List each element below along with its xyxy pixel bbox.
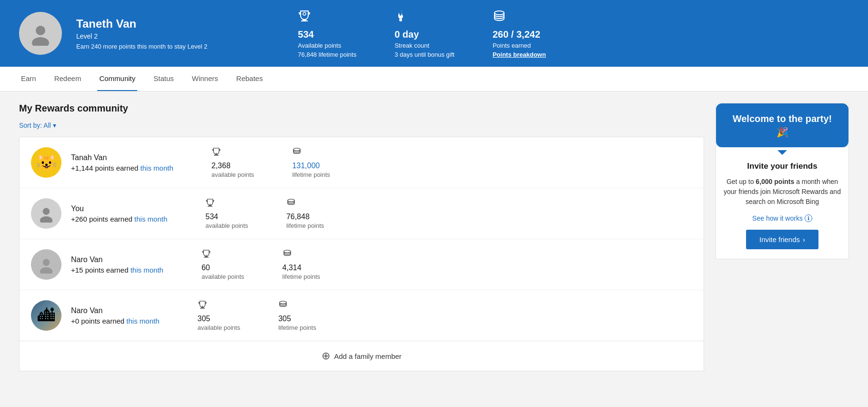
lifetime-points-val: 4,314	[283, 264, 320, 272]
member-stats: 60 available points 4,314 lifetime point…	[202, 249, 692, 280]
nav-earn[interactable]: Earn	[19, 67, 38, 91]
trophy-icon	[212, 147, 254, 159]
member-name: You	[71, 204, 167, 213]
earn-message: Earn 240 more points this month to stay …	[76, 43, 207, 50]
community-list: 😺 Tanah Van +1,144 points earned this mo…	[19, 137, 704, 341]
member-available-points: 60 available points	[202, 249, 244, 280]
left-panel: My Rewards community Sort by: All ▾ 😺 Ta…	[19, 103, 704, 371]
invite-desc: Get up to 6,000 points a month when your…	[724, 177, 841, 207]
stat-points-earned: 260 / 3,242 Points earned Points breakdo…	[493, 9, 546, 58]
points-plus: +1,144	[71, 164, 93, 172]
available-points-lbl: available points	[202, 273, 244, 280]
points-breakdown-link[interactable]: Points breakdown	[493, 51, 546, 58]
available-points-lbl: available points	[212, 171, 254, 178]
streak-sub: 3 days until bonus gift	[394, 51, 454, 58]
coins-icon	[283, 249, 320, 261]
this-month: this month	[134, 215, 167, 223]
this-month: this month	[141, 164, 173, 172]
member-available-points: 534 available points	[205, 198, 248, 229]
svg-rect-8	[214, 155, 219, 155]
stat-available-points: 534 Available points 76,848 lifetime poi…	[298, 9, 356, 58]
header-stats: 534 Available points 76,848 lifetime poi…	[298, 9, 546, 58]
invite-btn-label: Invite friends	[759, 235, 800, 244]
speech-bubble: Welcome to the party! 🎉	[716, 103, 848, 147]
trophy-icon	[202, 249, 244, 261]
lifetime-points-lbl: lifetime points	[292, 171, 330, 178]
member-name: Naro Van	[71, 306, 160, 315]
points-plus: +15	[71, 266, 83, 274]
sort-label-text: Sort by: All	[19, 122, 51, 129]
member-stats: 534 available points 76,848 lifetime poi…	[205, 198, 692, 229]
svg-rect-23	[201, 307, 204, 308]
coins-icon	[493, 9, 546, 25]
points-earned-label: Points earned	[493, 42, 546, 49]
available-points-lbl: available points	[198, 324, 241, 331]
available-points-value: 534	[298, 29, 356, 40]
invite-card: Welcome to the party! 🎉 Invite your frie…	[716, 103, 849, 259]
nav-community[interactable]: Community	[97, 67, 137, 91]
table-row: 😺 Tanah Van +1,144 points earned this mo…	[20, 137, 704, 188]
add-member-row[interactable]: ⊕ Add a family member	[19, 341, 704, 371]
svg-rect-7	[215, 154, 218, 155]
points-label: points earned	[85, 266, 129, 274]
lifetime-points-lbl: lifetime points	[283, 273, 320, 280]
nav-bar: Earn Redeem Community Status Winners Reb…	[0, 67, 868, 92]
nav-winners[interactable]: Winners	[190, 67, 220, 91]
page-title: My Rewards community	[19, 103, 704, 114]
member-stats: 2,368 available points 131,000 lifetime …	[212, 147, 692, 178]
add-member-icon: ⊕	[322, 350, 330, 362]
svg-rect-20	[204, 257, 209, 257]
lifetime-points-lbl: lifetime points	[286, 222, 324, 229]
this-month: this month	[131, 266, 163, 274]
see-how-label: See how it works	[752, 214, 803, 222]
available-points-val: 534	[205, 213, 248, 221]
user-info: Taneth Van Level 2 Earn 240 more points …	[76, 17, 207, 50]
sort-label[interactable]: Sort by: All ▾	[19, 122, 704, 129]
available-points-lbl: available points	[205, 222, 248, 229]
member-info: Naro Van +15 points earned this month	[71, 255, 163, 274]
svg-point-6	[495, 11, 504, 15]
invite-friends-button[interactable]: Invite friends ›	[746, 230, 818, 249]
points-plus: +260	[71, 215, 87, 223]
member-points-earned: +15 points earned this month	[71, 266, 163, 274]
lifetime-points-value: 76,848 lifetime points	[298, 51, 356, 58]
svg-point-26	[280, 301, 286, 304]
member-lifetime-points: 76,848 lifetime points	[286, 198, 324, 229]
coins-icon	[286, 198, 324, 210]
svg-rect-13	[209, 205, 212, 206]
chevron-down-icon: ▾	[53, 122, 56, 129]
lifetime-points-val: 131,000	[292, 162, 330, 170]
user-name: Taneth Van	[76, 17, 207, 31]
svg-point-5	[399, 19, 402, 21]
streak-label: Streak count	[394, 42, 454, 49]
svg-point-0	[36, 26, 45, 35]
points-label: points earned	[95, 164, 138, 172]
nav-redeem[interactable]: Redeem	[52, 67, 83, 91]
info-icon: ℹ	[805, 214, 812, 222]
points-label: points earned	[81, 317, 124, 325]
this-month: this month	[126, 317, 159, 325]
member-points-earned: +1,144 points earned this month	[71, 164, 173, 172]
points-earned-value: 260 / 3,242	[493, 29, 546, 40]
svg-point-10	[293, 148, 300, 151]
chevron-right-icon: ›	[803, 235, 805, 244]
lifetime-points-val: 76,848	[286, 213, 324, 221]
member-info: You +260 points earned this month	[71, 204, 167, 223]
member-info: Tanah Van +1,144 points earned this mont…	[71, 153, 173, 172]
nav-rebates[interactable]: Rebates	[234, 67, 265, 91]
available-points-val: 305	[198, 315, 241, 323]
svg-point-18	[40, 267, 52, 274]
svg-point-22	[283, 250, 290, 253]
right-panel: Welcome to the party! 🎉 Invite your frie…	[716, 103, 849, 371]
member-available-points: 305 available points	[198, 300, 241, 331]
table-row: Naro Van +15 points earned this month 60…	[20, 239, 704, 290]
nav-status[interactable]: Status	[151, 67, 176, 91]
member-available-points: 2,368 available points	[212, 147, 254, 178]
member-lifetime-points: 4,314 lifetime points	[283, 249, 320, 280]
stat-streak: 0 day Streak count 3 days until bonus gi…	[394, 9, 454, 58]
lifetime-points-val: 305	[278, 315, 316, 323]
svg-rect-19	[205, 256, 208, 257]
flame-icon	[394, 9, 454, 25]
svg-point-11	[43, 208, 50, 215]
see-how-link[interactable]: See how it works ℹ	[716, 214, 848, 222]
